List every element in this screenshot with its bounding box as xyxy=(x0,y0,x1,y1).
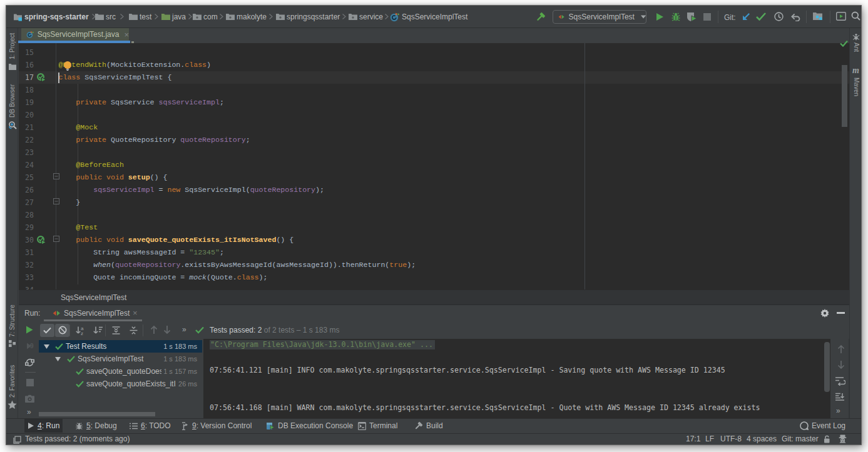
svg-text:9: 9 xyxy=(30,343,34,349)
svg-text:z: z xyxy=(81,331,83,335)
